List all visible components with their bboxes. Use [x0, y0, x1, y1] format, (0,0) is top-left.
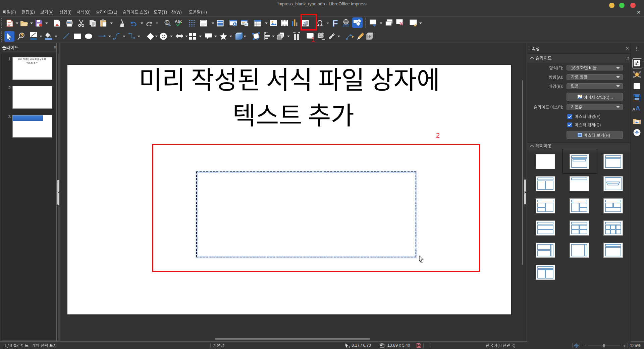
svg-text:a: a — [166, 20, 168, 24]
svg-text:Abc: Abc — [175, 19, 182, 24]
svg-text:d: d — [168, 23, 170, 27]
